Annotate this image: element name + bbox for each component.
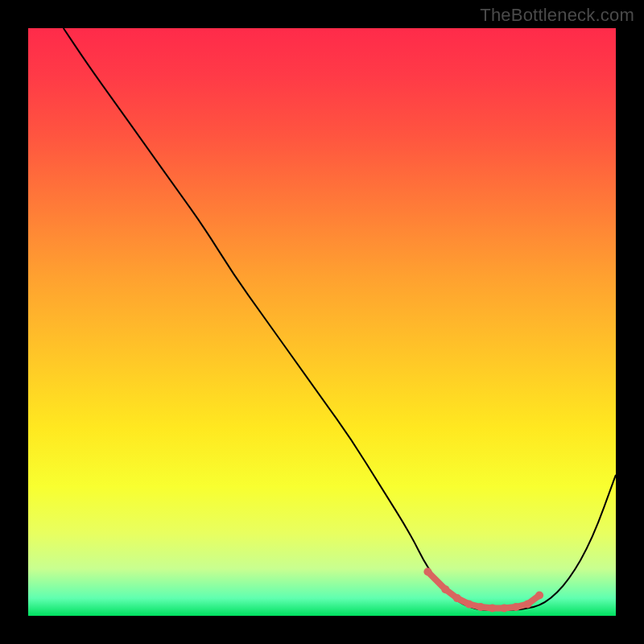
valley-highlight-dot [524, 600, 532, 608]
valley-highlight-dot [423, 568, 431, 576]
valley-highlight [423, 568, 543, 612]
bottleneck-curve-line [64, 28, 616, 610]
valley-highlight-dot [453, 594, 461, 602]
valley-highlight-dot [512, 603, 520, 611]
valley-highlight-dot [465, 600, 473, 608]
watermark-text: TheBottleneck.com [480, 5, 634, 26]
chart-plot-area [28, 28, 616, 616]
chart-svg [28, 28, 616, 616]
valley-highlight-dot [500, 605, 508, 613]
valley-highlight-dot [489, 605, 497, 613]
valley-highlight-dot [535, 591, 543, 599]
valley-highlight-dot [477, 603, 485, 611]
valley-highlight-dot [441, 585, 449, 593]
